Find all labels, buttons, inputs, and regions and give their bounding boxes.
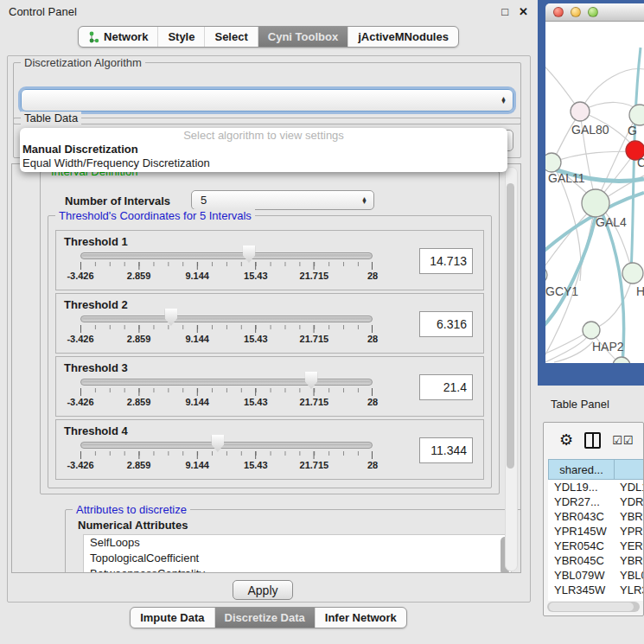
tick-label: 2.859 (127, 460, 151, 470)
tick-label: 9.144 (185, 271, 209, 281)
algorithm-combobox[interactable]: ▲▼ (21, 89, 513, 112)
slider-thumb[interactable] (243, 245, 256, 263)
table-cell: YBR0 (615, 554, 644, 567)
tab-infer-network[interactable]: Infer Network (315, 608, 406, 628)
number-of-intervals-combobox[interactable]: 5 ▲▼ (191, 190, 374, 210)
slider-thumb[interactable] (211, 435, 224, 452)
network-node (582, 189, 609, 217)
tick-label: -3.426 (67, 397, 93, 407)
float-window-icon[interactable]: □ (501, 6, 508, 17)
attribute-items: SelfLoopsTopologicalCoefficientBetweenne… (84, 535, 511, 573)
tick-label: 28 (367, 271, 378, 281)
table-cell: YDL1 (615, 481, 644, 494)
thresholds-group-title: Threshold's Coordinates for 5 Intervals (55, 209, 255, 222)
column-header-shared[interactable]: shared... (548, 459, 615, 480)
zoom-traffic-light-icon[interactable] (588, 7, 598, 17)
columns-icon[interactable] (584, 432, 601, 449)
table-row[interactable]: YDL19... YDL1 (548, 480, 644, 494)
close-traffic-light-icon[interactable] (553, 7, 564, 17)
table-cell: YLR3 (615, 583, 644, 596)
threshold-value-field[interactable]: 21.4 (419, 374, 473, 400)
table-cell: YBR045C (548, 554, 615, 567)
discretization-algorithm-title: Discretization Algorithm (21, 56, 145, 69)
table-row[interactable]: YER054C YER0 (548, 539, 644, 553)
attribute-list-item[interactable]: TopologicalCoefficient (84, 551, 511, 566)
tab-impute-data[interactable]: Impute Data (131, 608, 214, 628)
tab-network[interactable]: Network (79, 27, 157, 47)
algorithm-popup-item[interactable]: Equal Width/Frequency Discretization (20, 156, 507, 170)
threshold-panel: Threshold 3 -3.4262.8599.14415.4321.7152… (55, 356, 484, 417)
attribute-list-item[interactable]: BetweennessCentrality (84, 566, 511, 573)
table-row[interactable]: YLR345W YLR3 (548, 583, 644, 597)
table-horizontal-scrollbar[interactable] (547, 602, 640, 612)
network-node (613, 357, 630, 363)
slider-thumb[interactable] (164, 309, 177, 326)
discretization-algorithm-group: Discretization Algorithm ▲▼ (13, 62, 521, 124)
close-icon[interactable]: ✕ (519, 6, 528, 17)
tab-discretize-data[interactable]: Discretize Data (214, 608, 315, 628)
slider-track[interactable] (80, 316, 373, 322)
slider-ticks (80, 388, 373, 396)
network-node (629, 105, 644, 125)
threshold-list: Threshold 1 -3.4262.8599.14415.4321.7152… (55, 230, 484, 482)
table-row[interactable]: YPR145W YPR1 (548, 524, 644, 539)
tab-style[interactable]: Style (157, 27, 204, 47)
settings-scrollbar-thumb[interactable] (507, 183, 514, 469)
slider-tick-labels: -3.4262.8599.14415.4321.71528 (80, 271, 373, 282)
table-cell: YBL0 (615, 569, 644, 582)
table-row[interactable]: YDR27... YDR2 (548, 494, 644, 509)
tick-label: 15.43 (244, 271, 268, 281)
table-panel-title: Table Panel (551, 398, 609, 411)
table-cell: YBR043C (548, 510, 615, 523)
tab-select[interactable]: Select (204, 27, 257, 47)
threshold-slider: -3.4262.8599.14415.4321.71528 (80, 420, 373, 479)
table-row[interactable]: YBR045C YBR0 (548, 553, 644, 568)
network-node (583, 322, 600, 339)
threshold-slider: -3.4262.8599.14415.4321.71528 (80, 231, 373, 290)
algorithm-popup-item[interactable]: Manual Discretization (20, 143, 507, 156)
threshold-panel: Threshold 4 -3.4262.8599.14415.4321.7152… (55, 419, 484, 480)
apply-button[interactable]: Apply (233, 580, 293, 600)
table-scrollbar-thumb[interactable] (549, 603, 634, 611)
table-row[interactable]: YIL052C YIL0 (548, 597, 644, 601)
slider-thumb[interactable] (305, 372, 318, 389)
threshold-slider: -3.4262.8599.14415.4321.71528 (80, 294, 373, 353)
network-window-titlebar (545, 3, 644, 22)
table-cell: YER0 (615, 539, 644, 552)
minimize-traffic-light-icon[interactable] (571, 7, 581, 17)
tab-cyni-toolbox[interactable]: Cyni Toolbox (258, 27, 348, 47)
algorithm-dropdown-popup: Select algorithm to view settings Manual… (20, 128, 507, 172)
gear-icon[interactable]: ⚙ (559, 432, 573, 448)
bottom-tab-bar: Impute Data Discretize Data Infer Networ… (0, 607, 537, 628)
table-cell: YER054C (548, 539, 615, 552)
column-header-name[interactable]: n (615, 459, 644, 480)
table-row[interactable]: YBR043C YBR0 (548, 509, 644, 524)
network-canvas[interactable]: GAL80 G GAL11 C GAL4 GCY1 H HAP2 (545, 22, 644, 363)
threshold-value-field[interactable]: 11.344 (419, 437, 473, 463)
tick-label: 28 (367, 334, 378, 344)
settings-vertical-scrollbar[interactable] (505, 167, 518, 571)
slider-ticks (80, 325, 373, 333)
bottom-tabset: Impute Data Discretize Data Infer Networ… (130, 607, 407, 628)
slider-track[interactable] (80, 442, 373, 449)
tab-impute-data-label: Impute Data (140, 611, 204, 624)
table-row[interactable]: YBL079W YBL0 (548, 568, 644, 583)
node-label-partial: C (637, 156, 644, 169)
tick-label: 2.859 (127, 271, 151, 281)
table-cell: YIL052C (548, 598, 615, 601)
slider-track[interactable] (80, 252, 373, 259)
table-rows: YDL19... YDL1 YDR27... YDR2 YBR043C YBR0… (548, 480, 644, 601)
threshold-value-field[interactable]: 14.713 (419, 248, 473, 274)
threshold-value-field[interactable]: 6.316 (419, 311, 473, 337)
table-cell: YLR345W (548, 583, 615, 596)
tick-label: -3.426 (67, 271, 93, 281)
tick-label: 9.144 (185, 334, 209, 344)
table-cell: YDL19... (548, 481, 615, 494)
slider-track[interactable] (80, 379, 373, 386)
tick-label: -3.426 (67, 460, 93, 470)
tab-cyni-toolbox-label: Cyni Toolbox (268, 30, 338, 43)
table-cell: YDR27... (548, 495, 615, 508)
attribute-list-item[interactable]: SelfLoops (84, 535, 511, 551)
tab-jactivemnodules[interactable]: jActiveMNodules (348, 27, 458, 47)
checkbox-icons[interactable]: ☑☑ (612, 434, 634, 447)
